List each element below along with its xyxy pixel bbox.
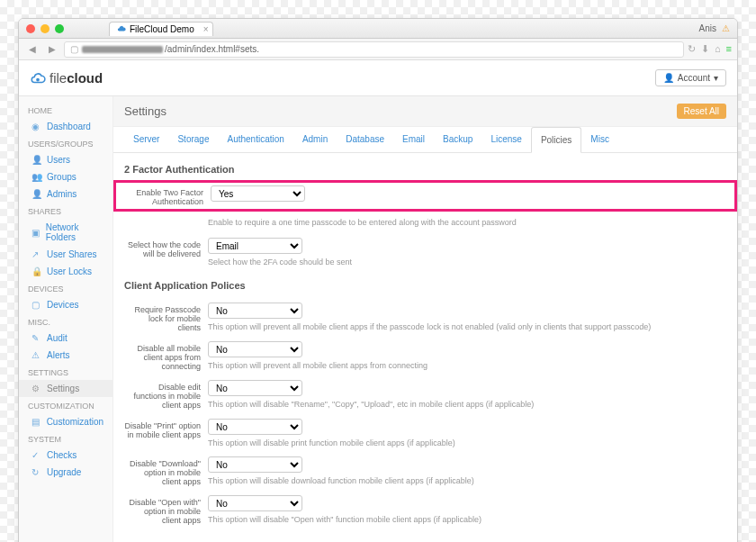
settings-icon: ⚙: [32, 384, 41, 393]
url-redacted: [82, 46, 163, 53]
tab-misc[interactable]: Misc: [581, 127, 618, 152]
tab-title: FileCloud Demo: [130, 24, 194, 34]
sidebar-item-label: Audit: [47, 333, 68, 343]
sidebar-item-checks[interactable]: ✓Checks: [19, 447, 112, 464]
cloud-icon: [117, 24, 126, 33]
sidebar-item-dashboard[interactable]: ◉Dashboard: [19, 118, 112, 135]
sidebar-item-label: Users: [47, 155, 70, 165]
disable-print-help: This option will disable print function …: [208, 438, 726, 447]
sidebar-item-label: Checks: [47, 450, 76, 460]
tab-database[interactable]: Database: [337, 127, 393, 152]
home-icon[interactable]: ⌂: [715, 43, 721, 55]
sidebar-item-label: Alerts: [47, 350, 70, 360]
download-icon[interactable]: ⬇: [701, 43, 709, 55]
warning-icon: ⚠: [722, 23, 730, 33]
sidebar: HOME◉DashboardUSERS/GROUPS👤Users👥Groups👤…: [19, 96, 113, 542]
menu-icon[interactable]: ≡: [726, 43, 732, 55]
disable-edit-help: This option will disable "Rename", "Copy…: [208, 400, 726, 409]
titlebar: FileCloud Demo × Anis ⚠: [19, 19, 737, 39]
tabs: ServerStorageAuthenticationAdminDatabase…: [113, 127, 737, 153]
sidebar-item-network-folders[interactable]: ▣Network Folders: [19, 219, 112, 246]
url-bar: ◀ ▶ ▢ /admin/index.html#sets. ↻ ⬇ ⌂ ≡: [19, 39, 737, 60]
customization-icon: ▤: [32, 417, 41, 427]
enable-2fa-select[interactable]: Yes: [211, 185, 305, 202]
sidebar-header: SHARES: [19, 203, 112, 219]
disable-print-select[interactable]: No: [208, 419, 302, 435]
page-icon: ▢: [70, 44, 78, 54]
devices-icon: ▢: [32, 300, 41, 310]
passcode-help: This option will prevent all mobile clie…: [208, 322, 726, 331]
refresh-icon[interactable]: ↻: [688, 43, 696, 55]
back-button[interactable]: ◀: [24, 42, 40, 57]
sidebar-header: SETTINGS: [19, 364, 112, 380]
disable-openwith-help: This option will disable "Open with" fun…: [208, 515, 726, 524]
enable-2fa-help: Enable to require a one time passcode to…: [208, 218, 726, 227]
enable-2fa-label: Enable Two Factor Authentication: [127, 185, 203, 206]
disable-download-label: Disable "Download" option in mobile clie…: [124, 456, 201, 486]
page-header: Settings Reset All: [113, 96, 737, 127]
sidebar-item-alerts[interactable]: ⚠Alerts: [19, 347, 112, 364]
close-window-button[interactable]: [26, 24, 35, 33]
sidebar-item-customization[interactable]: ▤Customization: [19, 413, 112, 430]
user-icon: 👤: [663, 73, 674, 83]
upgrade-icon: ↻: [32, 467, 41, 477]
user-label: Anis: [699, 23, 716, 33]
disable-openwith-select[interactable]: No: [208, 495, 302, 511]
app-topbar: filecloud 👤 Account ▾: [19, 60, 737, 96]
sidebar-item-audit[interactable]: ✎Audit: [19, 330, 112, 347]
delivery-select[interactable]: Email: [208, 238, 302, 254]
disable-mobile-help: This option will prevent all mobile clie…: [208, 361, 726, 370]
section-title-client-policies: Client Application Polices: [113, 269, 737, 296]
tab-server[interactable]: Server: [124, 127, 168, 152]
sidebar-item-groups[interactable]: 👥Groups: [19, 168, 112, 185]
delivery-help: Select how the 2FA code should be sent: [208, 257, 726, 266]
network-folders-icon: ▣: [32, 228, 40, 238]
user-locks-icon: 🔒: [32, 266, 41, 276]
sidebar-item-users[interactable]: 👤Users: [19, 151, 112, 168]
logo-text: filecloud: [50, 70, 103, 86]
sidebar-item-devices[interactable]: ▢Devices: [19, 296, 112, 313]
tab-email[interactable]: Email: [393, 127, 434, 152]
maximize-window-button[interactable]: [55, 24, 64, 33]
sidebar-item-label: Network Folders: [46, 222, 104, 242]
sidebar-item-user-locks[interactable]: 🔒User Locks: [19, 263, 112, 280]
forward-button[interactable]: ▶: [44, 42, 60, 57]
sidebar-item-label: Devices: [47, 300, 79, 310]
url-field[interactable]: ▢ /admin/index.html#sets.: [64, 41, 684, 58]
tab-policies[interactable]: Policies: [531, 127, 581, 153]
tab-backup[interactable]: Backup: [434, 127, 482, 152]
passcode-select[interactable]: No: [208, 303, 302, 319]
alerts-icon: ⚠: [32, 350, 41, 360]
minimize-window-button[interactable]: [40, 24, 50, 33]
browser-tab[interactable]: FileCloud Demo ×: [109, 22, 213, 36]
sidebar-header: USERS/GROUPS: [19, 135, 112, 151]
disable-mobile-label: Disable all mobile client apps from conn…: [124, 341, 201, 371]
audit-icon: ✎: [32, 333, 41, 343]
reset-all-button[interactable]: Reset All: [677, 104, 726, 119]
sidebar-item-upgrade[interactable]: ↻Upgrade: [19, 464, 112, 481]
disable-mobile-select[interactable]: No: [208, 341, 302, 357]
tab-admin[interactable]: Admin: [293, 127, 337, 152]
passcode-label: Require Passcode lock for mobile clients: [124, 303, 201, 332]
logo-cloud-icon: [30, 70, 46, 86]
content-area: Settings Reset All ServerStorageAuthenti…: [113, 96, 737, 542]
tab-close-icon[interactable]: ×: [203, 24, 209, 34]
sidebar-item-label: Settings: [47, 384, 79, 393]
sidebar-item-admins[interactable]: 👤Admins: [19, 185, 112, 203]
tab-license[interactable]: License: [482, 127, 530, 152]
checks-icon: ✓: [32, 450, 41, 460]
sidebar-item-user-shares[interactable]: ↗User Shares: [19, 246, 112, 263]
tab-authentication[interactable]: Authentication: [218, 127, 292, 152]
svg-point-0: [37, 78, 39, 80]
sidebar-item-label: Dashboard: [47, 122, 91, 131]
users-icon: 👤: [32, 155, 41, 165]
disable-edit-select[interactable]: No: [208, 380, 302, 396]
disable-download-select[interactable]: No: [208, 456, 302, 473]
section-title-2fa: 2 Factor Authentication: [113, 153, 737, 180]
sidebar-item-settings[interactable]: ⚙Settings: [19, 380, 112, 397]
highlight-box: Enable Two Factor Authentication Yes: [113, 180, 737, 212]
account-button[interactable]: 👤 Account ▾: [655, 69, 726, 86]
browser-window: FileCloud Demo × Anis ⚠ ◀ ▶ ▢ /admin/ind…: [18, 18, 738, 542]
tab-storage[interactable]: Storage: [168, 127, 218, 152]
traffic-lights: [26, 24, 64, 33]
